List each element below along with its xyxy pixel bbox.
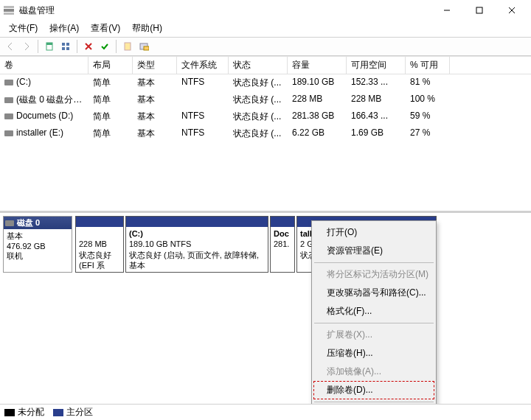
col-status[interactable]: 状态 bbox=[229, 57, 288, 74]
disk-icon bbox=[5, 220, 14, 226]
partition[interactable]: 228 MB状态良好 (EFI 系 bbox=[75, 216, 124, 273]
toolbar bbox=[0, 37, 531, 56]
svg-rect-1 bbox=[4, 6, 14, 8]
ctx-mirror: 添加镜像(A)... bbox=[313, 363, 434, 381]
menubar: 文件(F) 操作(A) 查看(V) 帮助(H) bbox=[0, 21, 531, 37]
nav-forward-icon bbox=[19, 39, 34, 54]
svg-rect-9 bbox=[62, 43, 65, 46]
settings-icon[interactable] bbox=[136, 39, 151, 54]
svg-rect-2 bbox=[4, 13, 14, 15]
disk-label: 磁盘 0 bbox=[4, 217, 72, 229]
disk-type: 基本 bbox=[7, 231, 69, 242]
col-cap[interactable]: 容量 bbox=[288, 57, 347, 74]
svg-rect-11 bbox=[62, 47, 65, 50]
svg-rect-0 bbox=[4, 9, 14, 12]
disk-size: 476.92 GB bbox=[7, 242, 69, 251]
svg-rect-4 bbox=[476, 7, 482, 13]
context-menu: 打开(O) 资源管理器(E) 将分区标记为活动分区(M) 更改驱动器号和路径(C… bbox=[311, 220, 437, 404]
check-icon[interactable] bbox=[97, 39, 112, 54]
table-row[interactable]: (C:)简单基本NTFS状态良好 (...189.10 GB152.33 ...… bbox=[0, 74, 531, 91]
close-button[interactable] bbox=[496, 1, 528, 20]
col-free[interactable]: 可用空间 bbox=[347, 57, 406, 74]
legend-primary: 主分区 bbox=[53, 406, 93, 419]
titlebar: 磁盘管理 bbox=[0, 0, 531, 21]
table-row[interactable]: Documets (D:)简单基本NTFS状态良好 (...281.38 GB1… bbox=[0, 108, 531, 125]
menu-help[interactable]: 帮助(H) bbox=[126, 21, 168, 36]
partition[interactable]: (C:)189.10 GB NTFS状态良好 (启动, 页面文件, 故障转储, … bbox=[125, 216, 268, 273]
ctx-active: 将分区标记为活动分区(M) bbox=[313, 265, 434, 284]
window-title: 磁盘管理 bbox=[19, 4, 431, 17]
table-row[interactable]: (磁盘 0 磁盘分区 1)简单基本状态良好 (...228 MB228 MB10… bbox=[0, 91, 531, 108]
properties-icon[interactable] bbox=[120, 39, 135, 54]
legend-unalloc: 未分配 bbox=[4, 406, 44, 419]
disk-online: 联机 bbox=[7, 251, 69, 262]
delete-icon[interactable] bbox=[81, 39, 96, 54]
menu-file[interactable]: 文件(F) bbox=[3, 21, 44, 36]
grid-icon[interactable] bbox=[58, 39, 73, 54]
refresh-icon[interactable] bbox=[42, 39, 57, 54]
col-layout[interactable]: 布局 bbox=[88, 57, 133, 74]
ctx-shrink[interactable]: 压缩卷(H)... bbox=[313, 344, 434, 363]
col-pct[interactable]: % 可用 bbox=[406, 57, 450, 74]
volume-list[interactable]: 卷 布局 类型 文件系统 状态 容量 可用空间 % 可用 (C:)简单基本NTF… bbox=[0, 56, 531, 211]
col-fs[interactable]: 文件系统 bbox=[177, 57, 229, 74]
col-type[interactable]: 类型 bbox=[133, 57, 177, 74]
legend: 未分配 主分区 bbox=[0, 404, 531, 420]
table-row[interactable]: installer (E:)简单基本NTFS状态良好 (...6.22 GB1.… bbox=[0, 125, 531, 142]
svg-rect-12 bbox=[66, 47, 69, 50]
menu-view[interactable]: 查看(V) bbox=[85, 21, 126, 36]
minimize-button[interactable] bbox=[431, 1, 463, 20]
partition[interactable]: Doc281. bbox=[270, 216, 295, 273]
disk-info[interactable]: 磁盘 0 基本 476.92 GB 联机 bbox=[3, 216, 72, 273]
maximize-button[interactable] bbox=[463, 1, 496, 20]
ctx-drive[interactable]: 更改驱动器号和路径(C)... bbox=[313, 284, 434, 302]
disk-map: 磁盘 0 基本 476.92 GB 联机 228 MB状态良好 (EFI 系(C… bbox=[0, 211, 531, 404]
nav-back-icon bbox=[3, 39, 18, 54]
ctx-extend: 扩展卷(X)... bbox=[313, 326, 434, 344]
svg-rect-8 bbox=[46, 43, 52, 45]
ctx-open[interactable]: 打开(O) bbox=[313, 223, 434, 242]
svg-rect-10 bbox=[66, 43, 69, 46]
menu-action[interactable]: 操作(A) bbox=[44, 21, 85, 36]
app-icon bbox=[3, 4, 15, 16]
volume-header: 卷 布局 类型 文件系统 状态 容量 可用空间 % 可用 bbox=[0, 56, 531, 74]
ctx-delete[interactable]: 删除卷(D)... bbox=[313, 381, 434, 399]
svg-rect-15 bbox=[144, 46, 149, 50]
ctx-format[interactable]: 格式化(F)... bbox=[313, 302, 434, 321]
col-volume[interactable]: 卷 bbox=[0, 57, 88, 74]
ctx-explorer[interactable]: 资源管理器(E) bbox=[313, 242, 434, 260]
svg-rect-13 bbox=[125, 43, 131, 50]
